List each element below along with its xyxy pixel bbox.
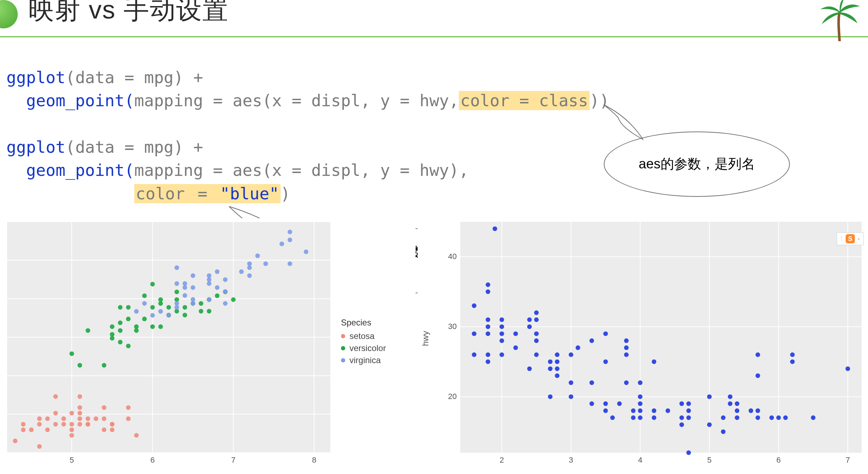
- svg-point-18: [37, 422, 42, 426]
- svg-text:5: 5: [707, 456, 711, 464]
- svg-point-60: [118, 328, 123, 333]
- svg-point-214: [707, 422, 712, 427]
- svg-point-108: [207, 281, 211, 286]
- code-token: ggplot: [6, 68, 65, 87]
- svg-point-34: [86, 416, 90, 421]
- svg-text:6: 6: [150, 456, 154, 464]
- svg-point-67: [134, 324, 139, 329]
- code-token: ): [281, 184, 291, 203]
- svg-point-49: [86, 422, 90, 426]
- chart-right-ylabel: hwy: [421, 331, 430, 346]
- svg-point-22: [53, 422, 58, 426]
- svg-point-223: [749, 408, 753, 413]
- svg-point-111: [215, 285, 219, 290]
- legend-label: versicolor: [349, 343, 386, 353]
- svg-point-202: [638, 381, 642, 385]
- svg-point-77: [167, 305, 171, 309]
- legend-item: setosa: [341, 331, 386, 341]
- svg-point-169: [534, 332, 539, 336]
- code-token: mapping: [134, 91, 203, 110]
- svg-point-47: [70, 427, 74, 432]
- svg-point-53: [77, 363, 82, 368]
- code-token: mapping: [134, 161, 203, 180]
- svg-point-116: [239, 269, 244, 274]
- svg-text:7: 7: [846, 456, 850, 464]
- svg-point-126: [304, 249, 308, 254]
- legend-item: versicolor: [341, 343, 386, 353]
- svg-point-58: [110, 332, 114, 337]
- svg-point-43: [13, 438, 17, 443]
- svg-point-30: [77, 405, 82, 410]
- svg-point-147: [472, 332, 476, 336]
- svg-point-211: [686, 451, 691, 455]
- svg-point-73: [158, 324, 163, 329]
- svg-point-81: [183, 313, 187, 317]
- svg-point-85: [199, 301, 204, 306]
- svg-point-176: [555, 373, 559, 378]
- svg-point-224: [755, 352, 760, 357]
- svg-point-225: [755, 373, 760, 378]
- svg-point-227: [755, 408, 760, 413]
- svg-point-23: [53, 411, 58, 415]
- code-token: ) +: [174, 68, 203, 87]
- svg-point-90: [231, 297, 236, 302]
- svg-text:5: 5: [70, 456, 74, 464]
- svg-point-194: [624, 345, 629, 350]
- svg-point-50: [102, 427, 107, 432]
- svg-point-25: [61, 422, 66, 426]
- svg-point-64: [126, 317, 131, 321]
- svg-point-55: [102, 363, 107, 368]
- svg-point-156: [493, 226, 497, 231]
- code-token: data = mpg: [75, 68, 174, 87]
- legend-swatch-icon: [341, 334, 345, 338]
- svg-point-181: [569, 394, 573, 399]
- svg-point-185: [590, 381, 594, 385]
- svg-point-177: [555, 366, 559, 371]
- svg-point-152: [485, 317, 490, 322]
- svg-point-115: [223, 277, 228, 282]
- svg-point-207: [679, 402, 684, 406]
- svg-point-162: [513, 345, 518, 350]
- code-highlight-color-kw: color: [134, 184, 186, 203]
- svg-point-69: [142, 293, 147, 298]
- svg-point-96: [174, 305, 179, 310]
- svg-point-123: [288, 262, 292, 266]
- svg-point-80: [174, 290, 179, 294]
- svg-point-117: [247, 273, 252, 278]
- callout-aes: aes的参数，是列名: [604, 131, 790, 197]
- callout-aes-text: aes的参数，是列名: [639, 155, 755, 173]
- code-highlight-eq: =: [186, 184, 219, 203]
- svg-text:20: 20: [448, 392, 457, 401]
- svg-point-17: [29, 427, 34, 432]
- svg-point-168: [534, 338, 539, 343]
- svg-point-228: [769, 415, 774, 420]
- svg-point-173: [548, 359, 553, 364]
- svg-point-109: [207, 277, 211, 282]
- svg-point-213: [686, 408, 691, 413]
- svg-point-24: [61, 416, 66, 421]
- svg-point-179: [569, 352, 573, 357]
- chart-left-panel: 5678 Species setosa versicolor virginica: [0, 218, 416, 474]
- svg-point-21: [45, 427, 50, 432]
- svg-point-220: [735, 415, 739, 420]
- svg-point-199: [638, 415, 642, 420]
- svg-point-107: [207, 297, 211, 302]
- svg-point-98: [174, 281, 179, 286]
- svg-point-159: [499, 338, 504, 343]
- svg-point-198: [638, 394, 642, 399]
- svg-point-161: [499, 324, 504, 329]
- code-token: = aes(x = displ, y = hwy),: [203, 161, 469, 180]
- svg-point-192: [624, 338, 629, 343]
- svg-text:7: 7: [231, 456, 235, 464]
- svg-point-105: [191, 285, 195, 290]
- svg-point-124: [288, 238, 292, 242]
- svg-point-82: [183, 305, 187, 309]
- svg-point-193: [624, 352, 629, 357]
- svg-point-16: [21, 427, 26, 432]
- svg-point-101: [183, 285, 187, 290]
- svg-point-190: [610, 415, 615, 420]
- title-divider: [0, 36, 868, 37]
- svg-point-63: [126, 344, 131, 348]
- svg-point-191: [617, 402, 622, 406]
- svg-point-208: [679, 422, 684, 427]
